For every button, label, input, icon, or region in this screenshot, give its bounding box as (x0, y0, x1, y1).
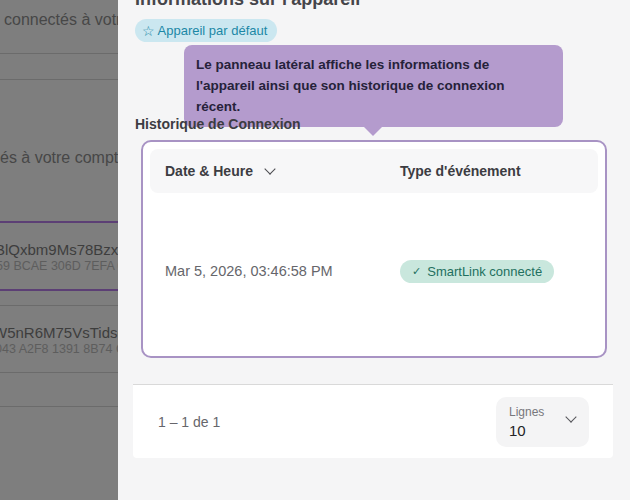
cell-event: ✓ SmartLink connecté (385, 260, 598, 283)
rows-per-page-select[interactable]: Lignes 10 (496, 397, 589, 447)
tooltip: Le panneau latéral affiche les informati… (184, 45, 563, 127)
background-partial-text: és à votre compte (0, 149, 118, 167)
column-header-event: Type d'événement (385, 163, 598, 179)
default-device-badge: ☆ Appareil par défaut (135, 19, 277, 42)
pagination-footer: 1 – 1 de 1 Lignes 10 (133, 384, 613, 458)
tooltip-text: Le panneau latéral affiche les informati… (196, 57, 505, 114)
background-device-id: BlQxbm9Ms78BzxH (0, 241, 118, 258)
background-divider (0, 305, 118, 306)
cell-datetime: Mar 5, 2026, 03:46:58 PM (150, 263, 385, 279)
tooltip-arrow (363, 126, 383, 136)
screen: connectés à votre és à votre compte BlQx… (0, 0, 630, 500)
sort-chevron-down-icon (264, 163, 275, 174)
panel-title: Informations sur l'appareil (135, 0, 360, 10)
background-device-fingerprint: 043 A2F8 1391 8B74 C (0, 342, 118, 356)
event-badge-label: SmartLink connecté (427, 264, 542, 279)
background-accent-divider (0, 221, 118, 223)
background-device-id: W5nR6M75VsTidso3 (0, 324, 118, 341)
background-divider (0, 406, 118, 407)
table-row[interactable]: Mar 5, 2026, 03:46:58 PM ✓ SmartLink con… (150, 260, 598, 283)
background-device-fingerprint: 59 BCAE 306D 7EFA 0 (0, 259, 118, 273)
history-heading: Historique de Connexion (135, 116, 301, 132)
column-header-date-label: Date & Heure (165, 163, 253, 179)
check-icon: ✓ (412, 266, 421, 277)
table-body: Mar 5, 2026, 03:46:58 PM ✓ SmartLink con… (150, 193, 598, 349)
background-divider (0, 53, 118, 54)
event-badge: ✓ SmartLink connecté (400, 260, 554, 283)
default-device-badge-label: Appareil par défaut (158, 23, 268, 38)
rows-per-page-value: 10 (509, 422, 589, 439)
overlay-scrim[interactable]: connectés à votre és à votre compte BlQx… (0, 0, 118, 500)
star-icon: ☆ (142, 24, 155, 38)
column-header-event-label: Type d'événement (400, 163, 521, 179)
pagination-range-label: 1 – 1 de 1 (158, 414, 220, 430)
table-header-row: Date & Heure Type d'événement (150, 149, 598, 193)
column-header-date[interactable]: Date & Heure (150, 163, 385, 179)
background-partial-text: connectés à votre (4, 11, 118, 29)
connection-history-table: Date & Heure Type d'événement Mar 5, 202… (141, 140, 607, 358)
background-accent-divider (0, 289, 118, 291)
background-divider (0, 79, 118, 80)
background-divider (0, 372, 118, 373)
